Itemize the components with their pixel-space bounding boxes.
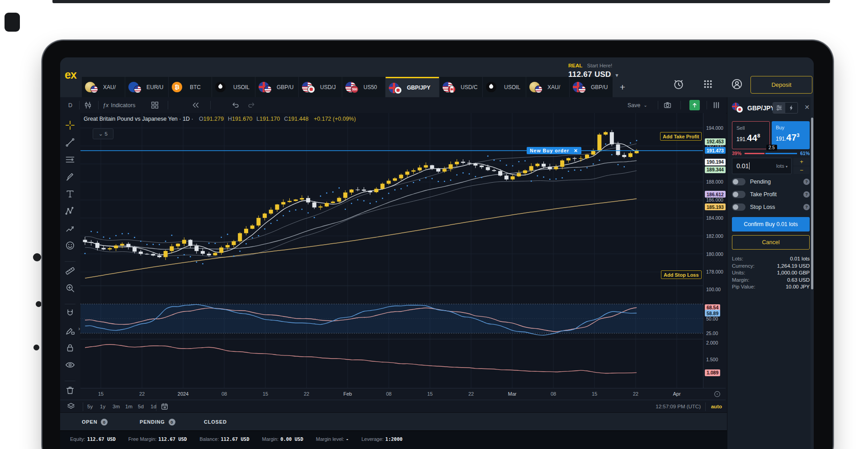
tool-trend-line-icon[interactable] <box>65 137 75 147</box>
object-tree-icon[interactable] <box>66 402 75 411</box>
account-dropdown-caret-icon[interactable]: ▾ <box>616 72 618 78</box>
toggle-pending[interactable]: Pending? <box>732 177 810 186</box>
tool-stay-in-drawing-mode-icon[interactable] <box>65 326 75 336</box>
tab-us50[interactable]: 500US50 <box>342 77 385 97</box>
close-icon[interactable]: ✕ <box>574 148 578 153</box>
one-click-trading-button[interactable] <box>785 103 797 113</box>
watchlist-toggle-button[interactable] <box>712 97 721 113</box>
range-1m[interactable]: 1m <box>125 400 132 413</box>
help-icon[interactable]: ? <box>803 204 810 210</box>
volume-input[interactable]: 0.01 lots ▾ <box>732 158 792 174</box>
tab-btc[interactable]: BTC <box>169 77 212 97</box>
detail-row: Lots:0.01 lots <box>732 255 810 263</box>
tool-lock-all-icon[interactable] <box>65 343 75 353</box>
profile-icon[interactable] <box>731 78 743 90</box>
tool-ruler-icon[interactable] <box>65 266 75 276</box>
scrollbar[interactable] <box>811 97 814 449</box>
toggle-switch[interactable] <box>732 178 745 185</box>
instrument-flag-icon <box>443 81 458 93</box>
rewind-icon[interactable] <box>191 101 200 109</box>
positions-tab-open[interactable]: OPEN0 <box>82 413 108 431</box>
add-take-profit-button[interactable]: Add Take Profit <box>660 132 702 141</box>
panel-mode-switch <box>773 102 798 113</box>
snapshot-button[interactable] <box>663 97 672 113</box>
save-layout-button[interactable]: Save ⌄ <box>627 97 647 113</box>
tool-remove-all-icon[interactable] <box>65 385 75 395</box>
price-tick: 194.000 <box>706 125 723 131</box>
chevron-down-icon: ⌄ <box>99 131 103 137</box>
rsi-tick: 50.00 <box>706 316 718 321</box>
tool-brush-icon[interactable] <box>65 172 75 182</box>
tool-crosshair-icon[interactable] <box>65 120 75 130</box>
help-icon[interactable]: ? <box>803 191 810 198</box>
tool-pattern-icon[interactable] <box>65 206 75 216</box>
tab-usdc[interactable]: USD/C <box>439 77 482 97</box>
clock[interactable]: 12:57:09 PM (UTC) <box>656 400 701 413</box>
toggle-stop-loss[interactable]: Stop Loss? <box>732 203 810 212</box>
tool-hide-all-icon[interactable] <box>65 360 75 370</box>
alarm-icon[interactable] <box>673 78 684 90</box>
time-axis[interactable]: 15222024081522Feb081522Mar081522Apr <box>80 388 726 400</box>
sell-button[interactable]: Sell 191.448 <box>732 121 770 149</box>
positions-count-badge: 0 <box>101 419 108 425</box>
positions-tab-closed[interactable]: CLOSED <box>204 413 227 431</box>
tab-euru[interactable]: EUR/U <box>125 77 168 97</box>
tab-gbpu[interactable]: GBP/U <box>570 77 613 97</box>
new-buy-order-tag[interactable]: New Buy order ✕ <box>527 147 581 154</box>
range-1y[interactable]: 1y <box>100 400 105 413</box>
tool-zoom-in-icon[interactable] <box>65 283 75 293</box>
tab-xau[interactable]: XAU/ <box>526 77 569 97</box>
instrument-tabs: XAU/EUR/UBTCUSOILGBP/UUSD/J500US50GBP/JP… <box>82 77 632 97</box>
chart-type-button[interactable] <box>84 97 92 113</box>
tab-gbpu[interactable]: GBP/U <box>255 77 298 97</box>
confirm-buy-button[interactable]: Confirm Buy 0.01 lots <box>732 217 810 232</box>
tool-text-icon[interactable] <box>65 189 75 199</box>
toggle-switch[interactable] <box>732 203 745 211</box>
undo-button[interactable] <box>231 97 240 113</box>
toggle-take-profit[interactable]: Take Profit? <box>732 190 810 199</box>
tool-emoji-icon[interactable] <box>65 241 75 250</box>
publish-button[interactable] <box>689 100 700 110</box>
range-1d[interactable]: 1d <box>151 400 156 413</box>
tab-usdj[interactable]: USD/J <box>299 77 342 97</box>
range-3m[interactable]: 3m <box>113 400 120 413</box>
add-stop-loss-button[interactable]: Add Stop Loss <box>661 270 702 279</box>
cancel-button[interactable]: Cancel <box>732 235 810 250</box>
redo-button[interactable] <box>247 97 256 113</box>
range-5y[interactable]: 5y <box>87 400 93 413</box>
axis-settings-icon[interactable] <box>713 390 721 398</box>
tab-gbpjpy[interactable]: GBP/JPY <box>386 77 439 97</box>
chart-area[interactable]: Great Britain Pound vs Japanese Yen · 1D… <box>80 113 703 388</box>
apps-grid-icon[interactable] <box>702 78 714 90</box>
panel-close-icon[interactable]: ✕ <box>804 104 810 111</box>
volume-unit-dropdown[interactable]: lots ▾ <box>776 163 788 169</box>
positions-tab-pending[interactable]: PENDING0 <box>140 413 175 431</box>
indicators-button[interactable]: ƒx Indicators <box>103 97 135 113</box>
interval-button[interactable]: D <box>68 97 72 113</box>
volume-decrease-button[interactable]: − <box>793 166 810 174</box>
tool-forecast-icon[interactable] <box>65 223 75 233</box>
layout-grid-button[interactable] <box>151 97 159 113</box>
tab-usoil[interactable]: USOIL <box>212 77 255 97</box>
goto-date-icon[interactable] <box>160 402 169 411</box>
scrollbar-thumb[interactable] <box>811 118 813 289</box>
buy-button[interactable]: Buy 191.473 <box>772 121 810 149</box>
tab-usoil[interactable]: USOIL <box>483 77 526 97</box>
tool-magnet-icon[interactable] <box>65 308 75 318</box>
legend-collapse-chip[interactable]: ⌄ 5 <box>93 128 113 139</box>
add-tab-button[interactable]: + <box>613 77 632 97</box>
rsi-tick: 25.00 <box>706 331 718 336</box>
tab-xau[interactable]: XAU/ <box>82 77 125 97</box>
range-5d[interactable]: 5d <box>138 400 144 413</box>
sidebar-collapse-handle[interactable]: › <box>78 325 80 332</box>
toggle-switch[interactable] <box>732 191 745 198</box>
tool-fib-lines-icon[interactable] <box>65 155 75 165</box>
settings-sliders-button[interactable] <box>773 103 785 113</box>
help-icon[interactable]: ? <box>803 179 810 185</box>
deposit-button[interactable]: Deposit <box>750 76 812 94</box>
account-info[interactable]: REAL Start Here! 112.67 USD ▾ <box>568 63 618 79</box>
auto-scale-label[interactable]: auto <box>711 400 722 413</box>
detail-label: Currency: <box>732 263 755 270</box>
volume-increase-button[interactable]: + <box>793 158 810 165</box>
price-axis[interactable]: 194.000192.000188.000186.000184.000182.0… <box>703 113 726 388</box>
